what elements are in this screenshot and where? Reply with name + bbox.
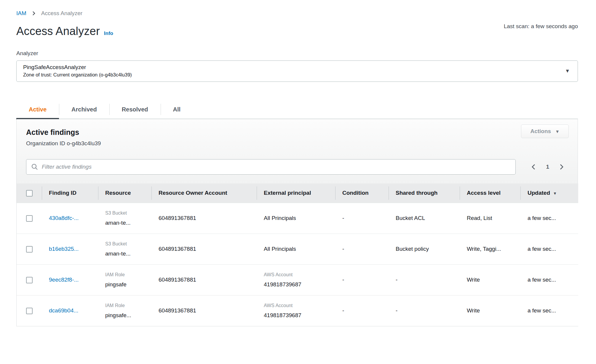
external-principal: All Principals [264,215,333,221]
shared-through: Bucket policy [389,234,460,264]
breadcrumb-current: Access Analyzer [41,10,82,17]
organization-id: Organization ID o-g4b3c4lu39 [26,140,568,147]
tab-all[interactable]: All [161,100,193,119]
analyzer-zone-of-trust: Zone of trust: Current organization (o-g… [23,72,560,78]
column-header-condition[interactable]: Condition [335,183,389,203]
principal-type: AWS Account [264,272,333,277]
page-title: Access Analyzer [16,25,100,38]
search-icon [31,163,38,170]
external-principal: All Principals [264,246,333,252]
access-level: Read, List [460,203,520,234]
resource-type: S3 Bucket [105,241,149,247]
row-checkbox[interactable] [26,277,33,283]
condition: - [335,203,389,234]
external-principal: 419818739687 [264,312,333,319]
resource-name: pingsafe [105,281,149,288]
shared-through: - [389,295,460,326]
column-header-access-level[interactable]: Access level [460,183,520,203]
finding-id-link[interactable]: dca69b04... [49,307,78,314]
caret-down-icon: ▼ [565,68,570,74]
breadcrumb-iam-link[interactable]: IAM [16,10,26,17]
access-level: Write [460,264,520,295]
finding-id-link[interactable]: 430a8dfc-... [49,215,79,221]
previous-page-button[interactable] [529,162,538,172]
shared-through: - [389,264,460,295]
chevron-right-icon [31,11,36,16]
resource-owner-account: 604891367881 [151,203,257,234]
filter-box [26,159,516,175]
access-level: Write, Taggi... [460,234,520,264]
sort-descending-icon: ▼ [553,191,557,196]
updated: a few sec... [520,203,578,234]
column-header-external-principal[interactable]: External principal [257,183,335,203]
pagination: 1 [529,162,566,172]
table-row: b16eb325... S3 Bucket aman-te... 6048913… [17,234,578,264]
finding-id-link[interactable]: 9eec82f8-... [49,277,79,283]
table-row: dca69b04... IAM Role pingsafe... 6048913… [17,295,578,326]
info-link[interactable]: Info [104,31,113,36]
resource-owner-account: 604891367881 [151,295,257,326]
actions-button-label: Actions [530,128,551,135]
row-checkbox[interactable] [26,246,33,253]
row-checkbox[interactable] [26,215,33,222]
actions-button[interactable]: Actions ▼ [521,124,569,138]
resource-name: pingsafe... [105,312,149,319]
panel-title: Active findings [26,128,568,137]
caret-down-icon: ▼ [555,129,560,134]
table-header-row: Finding ID Resource Resource Owner Accou… [17,183,578,203]
findings-tabs: Active Archived Resolved All [16,100,578,119]
condition: - [335,295,389,326]
resource-type: IAM Role [105,303,149,308]
tab-resolved[interactable]: Resolved [109,100,161,119]
row-checkbox[interactable] [26,308,33,314]
column-header-resource[interactable]: Resource [98,183,151,203]
resource-owner-account: 604891367881 [151,234,257,264]
updated: a few sec... [520,264,578,295]
next-page-button[interactable] [557,162,566,172]
finding-id-link[interactable]: b16eb325... [49,246,79,252]
tab-archived[interactable]: Archived [59,100,109,119]
condition: - [335,264,389,295]
last-scan-status: Last scan: a few seconds ago [504,23,578,30]
column-header-finding-id[interactable]: Finding ID [42,183,98,203]
access-level: Write [460,295,520,326]
resource-owner-account: 604891367881 [151,264,257,295]
updated: a few sec... [520,234,578,264]
current-page-number[interactable]: 1 [546,164,549,170]
resource-type: S3 Bucket [105,210,149,216]
external-principal: 419818739687 [264,281,333,288]
active-findings-panel: Active findings Organization ID o-g4b3c4… [16,119,578,326]
filter-input[interactable] [42,164,511,170]
analyzer-selected-name: PingSafeAccessAnalyzer [23,64,560,71]
resource-name: aman-te... [105,250,149,257]
analyzer-label: Analyzer [16,50,578,57]
resource-name: aman-te... [105,220,149,226]
column-header-resource-owner-account[interactable]: Resource Owner Account [151,183,257,203]
principal-type: AWS Account [264,303,333,308]
select-all-checkbox[interactable] [26,190,33,197]
updated: a few sec... [520,295,578,326]
breadcrumb: IAM Access Analyzer [16,0,578,17]
tab-active[interactable]: Active [16,100,59,119]
column-header-shared-through[interactable]: Shared through [389,183,460,203]
condition: - [335,234,389,264]
table-row: 9eec82f8-... IAM Role pingsafe 604891367… [17,264,578,295]
analyzer-select[interactable]: PingSafeAccessAnalyzer Zone of trust: Cu… [16,60,578,82]
shared-through: Bucket ACL [389,203,460,234]
resource-type: IAM Role [105,272,149,277]
column-header-updated[interactable]: Updated▼ [520,183,578,203]
findings-table: Finding ID Resource Resource Owner Accou… [17,183,578,326]
table-row: 430a8dfc-... S3 Bucket aman-te... 604891… [17,203,578,234]
